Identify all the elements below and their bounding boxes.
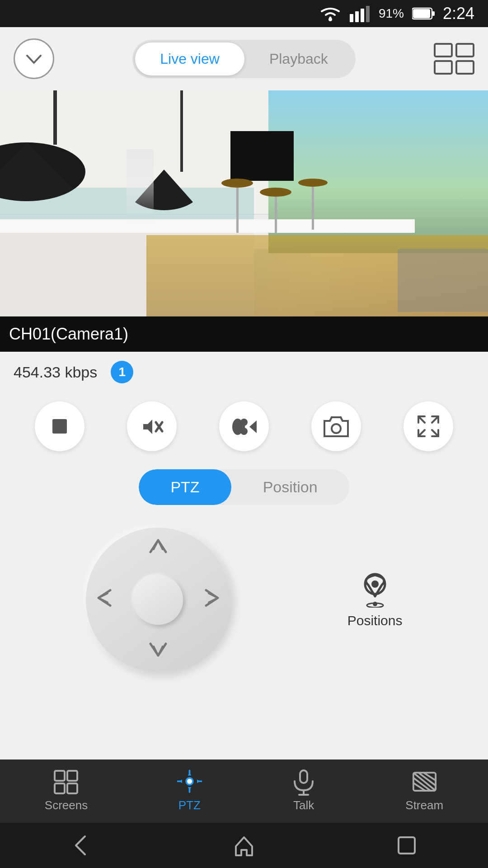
svg-rect-60 xyxy=(399,837,415,854)
tab-playback[interactable]: Playback xyxy=(244,42,353,75)
svg-rect-10 xyxy=(435,61,452,74)
svg-rect-3 xyxy=(361,9,364,22)
tab-position[interactable]: Position xyxy=(231,469,349,505)
svg-rect-4 xyxy=(366,6,370,22)
wifi-icon xyxy=(319,5,342,22)
svg-rect-7 xyxy=(413,9,430,18)
stop-icon xyxy=(49,415,70,437)
svg-rect-6 xyxy=(432,11,435,16)
ptz-right-button[interactable] xyxy=(203,587,221,613)
svg-rect-9 xyxy=(456,44,474,57)
svg-marker-50 xyxy=(197,779,200,783)
svg-point-35 xyxy=(373,602,377,606)
ptz-position-toggle: PTZ Position xyxy=(0,465,488,514)
ptz-down-button[interactable] xyxy=(147,641,169,663)
signal-icon xyxy=(350,5,371,22)
back-button[interactable] xyxy=(70,834,93,857)
nav-item-ptz[interactable]: PTZ xyxy=(159,770,220,812)
svg-point-34 xyxy=(371,580,379,588)
svg-rect-18 xyxy=(243,419,245,435)
screens-label: Screens xyxy=(45,798,88,812)
status-bar: 91% 2:24 xyxy=(0,0,488,27)
svg-marker-48 xyxy=(188,787,191,790)
talk-icon xyxy=(291,770,316,795)
svg-marker-49 xyxy=(179,779,182,783)
clock: 2:24 xyxy=(443,4,474,23)
bitrate-display: 454.33 kbps xyxy=(14,363,97,381)
camera-feed: CH01(Camera1) xyxy=(0,90,488,352)
stream-label: Stream xyxy=(405,798,443,812)
screens-icon xyxy=(54,770,79,795)
positions-icon xyxy=(357,571,393,608)
ptz-area: Positions xyxy=(0,514,488,695)
svg-line-58 xyxy=(413,783,426,790)
controls-row xyxy=(0,392,488,465)
svg-line-21 xyxy=(418,416,425,423)
info-bar: 454.33 kbps 1 xyxy=(0,352,488,392)
svg-rect-8 xyxy=(435,44,452,57)
svg-line-59 xyxy=(423,773,436,780)
svg-point-20 xyxy=(332,424,341,433)
svg-point-42 xyxy=(187,778,192,783)
camera-icon xyxy=(323,415,350,438)
record-button[interactable] xyxy=(219,401,269,451)
mute-icon xyxy=(140,414,164,439)
camera-label: CH01(Camera1) xyxy=(9,325,128,344)
nav-item-talk[interactable]: Talk xyxy=(273,770,334,812)
view-toggle: Live view Playback xyxy=(132,40,355,78)
svg-line-23 xyxy=(418,430,425,436)
positions-button[interactable]: Positions xyxy=(347,571,403,628)
svg-rect-37 xyxy=(55,771,65,781)
svg-rect-1 xyxy=(350,14,353,22)
stream-icon xyxy=(412,770,437,795)
chevron-down-icon xyxy=(23,47,45,70)
svg-marker-47 xyxy=(188,772,191,775)
bottom-nav: Screens PTZ xyxy=(0,760,488,823)
battery-percentage: 91% xyxy=(379,6,404,21)
home-button[interactable] xyxy=(232,834,256,857)
multi-screen-icon xyxy=(434,43,474,75)
channel-badge: 1 xyxy=(111,361,133,383)
svg-rect-38 xyxy=(67,771,77,781)
svg-rect-11 xyxy=(456,61,474,74)
svg-rect-12 xyxy=(52,419,67,434)
svg-rect-39 xyxy=(55,783,65,793)
nav-item-screens[interactable]: Screens xyxy=(27,770,106,812)
tab-ptz[interactable]: PTZ xyxy=(139,469,231,505)
dropdown-button[interactable] xyxy=(14,38,54,79)
android-nav-bar xyxy=(0,823,488,868)
ptz-nav-icon xyxy=(177,770,202,795)
expand-button[interactable] xyxy=(404,401,453,451)
top-bar: Live view Playback xyxy=(0,27,488,90)
record-icon xyxy=(230,414,258,439)
positions-label: Positions xyxy=(347,613,403,628)
svg-line-24 xyxy=(432,430,438,436)
expand-icon xyxy=(417,415,440,438)
ptz-joystick-center[interactable] xyxy=(133,575,183,625)
camera-image xyxy=(0,90,488,316)
ptz-nav-label: PTZ xyxy=(178,798,201,812)
stop-button[interactable] xyxy=(35,401,84,451)
svg-point-0 xyxy=(328,18,332,21)
svg-rect-2 xyxy=(355,11,359,22)
camera-label-bar: CH01(Camera1) xyxy=(0,316,488,352)
ptz-left-button[interactable] xyxy=(95,587,113,613)
svg-rect-51 xyxy=(300,770,307,783)
screenshot-button[interactable] xyxy=(311,401,361,451)
svg-line-22 xyxy=(432,416,438,423)
nav-item-stream[interactable]: Stream xyxy=(387,770,461,812)
talk-label: Talk xyxy=(293,798,314,812)
svg-rect-40 xyxy=(67,783,77,793)
multi-screen-button[interactable] xyxy=(434,38,474,79)
svg-line-55 xyxy=(413,773,436,791)
battery-icon xyxy=(412,7,435,20)
svg-marker-19 xyxy=(249,420,257,433)
recents-button[interactable] xyxy=(395,834,418,857)
ptz-up-button[interactable] xyxy=(147,537,169,559)
mute-button[interactable] xyxy=(127,401,177,451)
ptz-joystick[interactable] xyxy=(86,528,230,672)
tab-live-view[interactable]: Live view xyxy=(135,42,244,75)
